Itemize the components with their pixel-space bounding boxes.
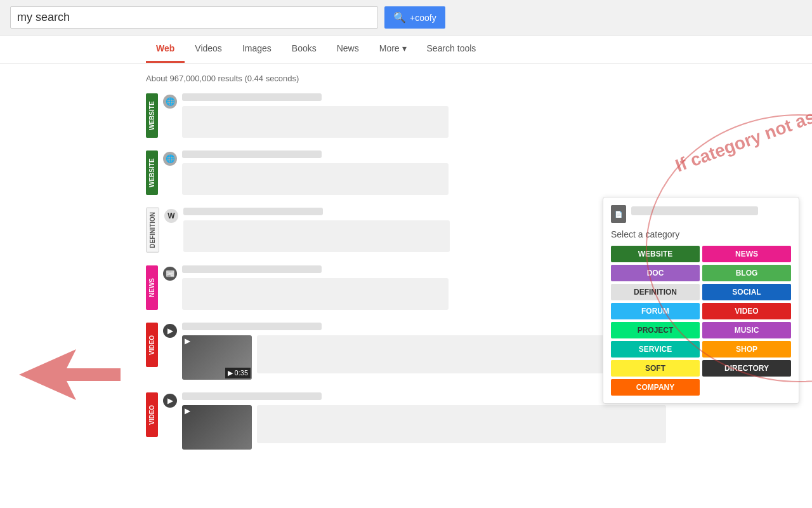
- list-item: WEBSITE 🌐: [146, 150, 666, 195]
- list-item: NEWS 📰: [146, 265, 666, 310]
- cat-btn-website[interactable]: WEBSITE: [611, 246, 700, 262]
- result-content-1: [182, 93, 666, 138]
- result-body-1: [182, 106, 449, 138]
- result-title-2: [182, 150, 322, 158]
- news-icon-1: 📰: [163, 267, 177, 281]
- tab-more[interactable]: More ▾: [369, 36, 417, 63]
- video-thumb-2[interactable]: ▶: [182, 405, 252, 450]
- search-btn-label: +coofy: [410, 13, 436, 23]
- tab-web[interactable]: Web: [146, 36, 185, 63]
- result-body-3: [183, 220, 450, 252]
- cat-btn-social[interactable]: SOCIAL: [702, 284, 791, 300]
- globe-icon-2: 🌐: [163, 152, 177, 166]
- list-item: DEFINITION W: [146, 208, 666, 253]
- svg-text:If category not assigned, clic: If category not assigned, clic: [672, 74, 812, 176]
- svg-marker-0: [19, 349, 121, 400]
- wiki-icon-1: W: [164, 209, 178, 223]
- video-thumb-1[interactable]: ▶ ▶ 0:35: [182, 335, 252, 380]
- result-body-6: [257, 405, 666, 443]
- results-count: About 967,000,000 results (0.44 seconds): [146, 70, 666, 83]
- category-grid: WEBSITE NEWS DOC BLOG DEFINITION SOCIAL …: [611, 246, 791, 396]
- result-content-5: ▶ ▶ 0:35: [182, 323, 666, 380]
- badge-website-1: WEBSITE: [146, 93, 158, 138]
- cat-btn-video[interactable]: VIDEO: [702, 303, 791, 319]
- panel-title: Select a category: [611, 229, 791, 239]
- tab-news[interactable]: News: [327, 36, 369, 63]
- play-icon-2: ▶: [185, 406, 190, 415]
- result-title-4: [182, 265, 322, 273]
- tab-search-tools[interactable]: Search tools: [417, 36, 487, 63]
- category-panel: If category not assigned, clic 📄 Select …: [603, 197, 799, 404]
- panel-header-bar: [631, 206, 758, 215]
- result-title-3: [183, 208, 323, 215]
- search-input[interactable]: [10, 6, 378, 29]
- result-title-6: [182, 392, 322, 400]
- badge-video-2: VIDEO: [146, 392, 158, 437]
- header: 🔍 +coofy: [0, 0, 812, 36]
- cat-btn-forum[interactable]: FORUM: [611, 303, 700, 319]
- search-icon: 🔍: [393, 11, 406, 23]
- panel-file-icon: 📄: [611, 205, 626, 223]
- cat-btn-blog[interactable]: BLOG: [702, 265, 791, 281]
- cat-btn-music[interactable]: MUSIC: [702, 322, 791, 338]
- cat-btn-soft[interactable]: SOFT: [611, 360, 700, 377]
- cat-btn-shop[interactable]: SHOP: [702, 341, 791, 358]
- main-content: About 967,000,000 results (0.44 seconds)…: [0, 64, 812, 508]
- result-content-3: [183, 208, 666, 252]
- cat-btn-service[interactable]: SERVICE: [611, 341, 700, 358]
- video-icon-1: ▶: [163, 324, 177, 338]
- result-body-4: [182, 278, 449, 310]
- result-content-2: [182, 150, 666, 195]
- result-body-2: [182, 163, 449, 195]
- cat-btn-company[interactable]: COMPANY: [611, 379, 700, 396]
- panel-header-row: 📄: [611, 205, 791, 223]
- globe-icon-1: 🌐: [163, 95, 177, 109]
- list-item: VIDEO ▶ ▶ ▶ 0:35: [146, 323, 666, 380]
- badge-news-1: NEWS: [146, 265, 158, 310]
- nav-tabs: Web Videos Images Books News More ▾ Sear…: [0, 36, 812, 64]
- cat-btn-definition[interactable]: DEFINITION: [611, 284, 700, 300]
- video-duration-1: ▶ 0:35: [225, 368, 251, 378]
- result-title-5: [182, 323, 322, 330]
- result-content-6: ▶: [182, 392, 666, 450]
- tab-videos[interactable]: Videos: [185, 36, 232, 63]
- arrow-annotation: [19, 349, 121, 400]
- list-item: WEBSITE 🌐: [146, 93, 666, 138]
- search-button[interactable]: 🔍 +coofy: [384, 6, 445, 29]
- cat-btn-project[interactable]: PROJECT: [611, 322, 700, 338]
- result-title-1: [182, 93, 322, 101]
- result-content-4: [182, 265, 666, 310]
- play-icon: ▶: [185, 337, 190, 345]
- tab-books[interactable]: Books: [282, 36, 327, 63]
- cat-btn-doc[interactable]: DOC: [611, 265, 700, 281]
- tab-images[interactable]: Images: [232, 36, 282, 63]
- video-icon-2: ▶: [163, 394, 177, 408]
- list-item: VIDEO ▶ ▶: [146, 392, 666, 450]
- cat-btn-directory[interactable]: DIRECTORY: [702, 360, 791, 377]
- cat-btn-news[interactable]: NEWS: [702, 246, 791, 262]
- badge-video-1: VIDEO: [146, 323, 158, 367]
- badge-website-2: WEBSITE: [146, 150, 158, 195]
- badge-definition-1: DEFINITION: [146, 208, 159, 253]
